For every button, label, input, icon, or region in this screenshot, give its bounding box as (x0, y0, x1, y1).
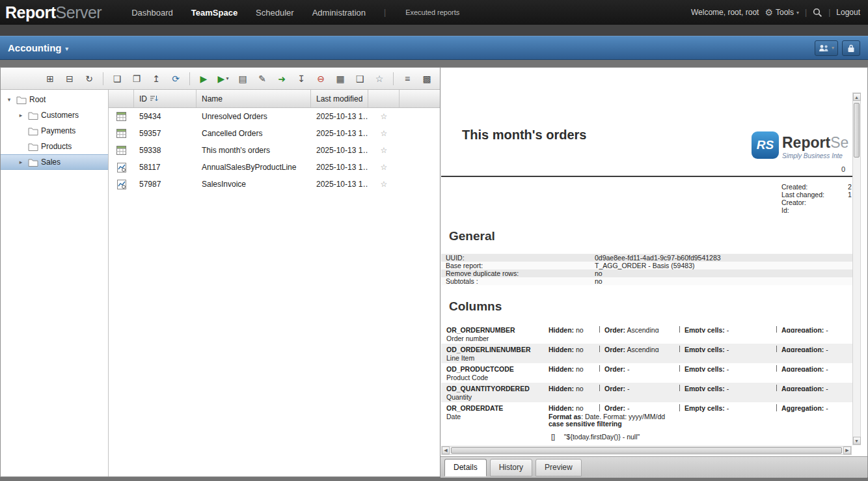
nav-scheduler[interactable]: Scheduler (256, 8, 294, 18)
tree-item-label: Payments (41, 126, 75, 135)
vertical-scrollbar[interactable]: ▲ ▼ (852, 92, 861, 445)
execute-options-button[interactable]: ▶ ▾ (215, 72, 231, 86)
clipped-meta-text: 0 (841, 165, 853, 173)
column-header-label: Name (202, 94, 223, 103)
report-title: This month's orders (462, 128, 586, 143)
copy-button[interactable]: ❏ (109, 72, 125, 86)
tab-preview[interactable]: Preview (536, 459, 582, 476)
vertical-scrollbar-thumb[interactable] (854, 103, 860, 158)
pencil-icon: ✎ (258, 74, 266, 84)
scroll-left-arrow[interactable]: ◀ (442, 447, 450, 454)
grid-view-button[interactable]: ▩ (419, 72, 435, 86)
column-header-modified[interactable]: Last modified (311, 90, 368, 107)
teamspace-title: Accounting (8, 42, 62, 53)
column-header-favorite[interactable] (368, 90, 400, 107)
toolbar: ⊞ ⊟ ↻ ❏ ❐ ↥ ⟳ ▶ ▶ ▾ ▤ ✎ ➜ ↧ ⊖ ▦ ❑ ☆ ≡ ▩ (1, 68, 440, 90)
table-row[interactable]: 59434 Unresolved Orders 2025-10-13 1… ☆ (109, 108, 440, 125)
scroll-up-arrow[interactable]: ▲ (853, 93, 861, 101)
report-id: 58117 (134, 163, 197, 172)
property-row: Remove duplicate rows:no (441, 269, 852, 277)
remove-button[interactable]: ⊖ (313, 72, 329, 86)
favorite-icon[interactable]: ☆ (381, 129, 388, 138)
tab-details[interactable]: Details (444, 459, 487, 476)
expander-icon[interactable]: ▸ (16, 159, 25, 165)
folder-icon (28, 127, 38, 135)
property-row: Subtotals :no (441, 277, 852, 285)
expand-icon: ⊞ (46, 74, 54, 84)
tree-item-customers[interactable]: ▸ Customers (1, 107, 108, 123)
column-header-filler (400, 90, 440, 107)
teamspace-work-area: ⊞ ⊟ ↻ ❏ ❐ ↥ ⟳ ▶ ▶ ▾ ▤ ✎ ➜ ↧ ⊖ ▦ ❑ ☆ ≡ ▩ … (0, 67, 440, 477)
new-report-button[interactable]: ▤ (235, 72, 251, 86)
security-button[interactable] (842, 40, 860, 56)
search-button[interactable] (813, 8, 822, 18)
favorite-icon[interactable]: ☆ (381, 146, 388, 155)
duplicate-button[interactable]: ❑ (352, 72, 368, 86)
section-heading-general: General (449, 229, 495, 243)
column-header-name[interactable]: Name (197, 90, 311, 107)
table-row[interactable]: 57987 SalesInvoice 2025-10-13 1… ☆ (109, 176, 440, 193)
report-id: 57987 (134, 180, 197, 189)
nav-teamspace[interactable]: TeamSpace (191, 8, 237, 18)
horizontal-scrollbar[interactable]: ◀ ▶ (441, 446, 852, 455)
favorite-icon[interactable]: ☆ (381, 180, 388, 189)
logout-button[interactable]: Logout (836, 8, 860, 17)
teamspace-selector[interactable]: Accounting ▾ (8, 42, 68, 53)
export-button[interactable]: ↧ (293, 72, 309, 86)
report-name: Cancelled Orders (197, 129, 311, 138)
collapse-tree-button[interactable]: ⊟ (62, 72, 77, 86)
expand-tree-button[interactable]: ⊞ (42, 72, 58, 86)
tree-item-sales[interactable]: ▸ Sales (1, 154, 108, 170)
scroll-down-arrow[interactable]: ▼ (853, 437, 861, 445)
tree-item-root[interactable]: ▾ Root (1, 92, 108, 107)
general-properties-table: UUID:0d9ae8ee-fd11-4ad1-9c97-b60fd954128… (441, 254, 852, 285)
refresh-button[interactable]: ↻ (81, 72, 97, 86)
report-meta-block: Created:2 Last changed:1 Creator: Id: (781, 183, 853, 214)
reload-button[interactable]: ⟳ (168, 72, 183, 86)
favorite-button[interactable]: ☆ (372, 72, 387, 86)
report-id: 59338 (134, 146, 197, 155)
title-divider (441, 176, 852, 177)
folder-tree: ▾ Root ▸ Customers Payments Products ▸ (1, 90, 109, 476)
expander-icon[interactable]: ▸ (16, 112, 25, 118)
paste-button[interactable]: ❐ (129, 72, 144, 86)
favorite-icon[interactable]: ☆ (381, 112, 388, 121)
meta-label: Creator: (781, 199, 848, 206)
edit-button[interactable]: ✎ (254, 72, 270, 86)
column-header-type[interactable] (109, 90, 134, 107)
horizontal-scrollbar-thumb[interactable] (451, 447, 842, 454)
users-icon (819, 44, 829, 52)
report-id: 59434 (134, 112, 197, 121)
execute-report-button[interactable]: ▶ (196, 72, 211, 86)
collapse-icon: ⊟ (66, 74, 74, 84)
chevron-down-icon: ▾ (226, 76, 228, 81)
nav-dashboard[interactable]: Dashboard (131, 8, 173, 18)
favorite-icon[interactable]: ☆ (381, 163, 388, 172)
column-entry: OD_ORDERLINENUMBERLine Item Hidden: no O… (441, 344, 852, 363)
filter-row: [] "${today.firstDay()} - null" (441, 431, 852, 443)
members-button[interactable]: ▾ (815, 40, 838, 56)
filter-bracket: [] (551, 433, 555, 441)
sync-icon: ⟳ (172, 74, 180, 84)
table-row[interactable]: 59338 This month's orders 2025-10-13 1… … (109, 142, 440, 159)
tree-item-products[interactable]: Products (1, 139, 108, 154)
tab-history[interactable]: History (490, 459, 532, 476)
executed-reports-link[interactable]: Executed reports (405, 8, 459, 16)
table-row[interactable]: 59357 Cancelled Orders 2025-10-13 1… ☆ (109, 125, 440, 142)
move-button[interactable]: ➜ (274, 72, 290, 86)
tools-button[interactable]: ⚙ Tools ▾ (765, 7, 799, 18)
scroll-right-arrow[interactable]: ▶ (843, 447, 851, 454)
arrow-right-icon: ➜ (278, 74, 286, 84)
schedule-button[interactable]: ▦ (332, 72, 348, 86)
nav-administration[interactable]: Administration (312, 8, 366, 18)
property-row: Base report:T_AGG_ORDER - Basis (59483) (441, 262, 852, 269)
import-button[interactable]: ↥ (148, 72, 164, 86)
list-view-button[interactable]: ≡ (400, 72, 415, 86)
column-header-id[interactable]: ID (134, 90, 197, 107)
expander-icon[interactable]: ▾ (5, 96, 14, 103)
table-row[interactable]: 58117 AnnualSalesByProductLine 2025-10-1… (109, 159, 440, 176)
column-header-label: ID (139, 94, 147, 103)
tree-item-payments[interactable]: Payments (1, 123, 108, 139)
table-report-icon (109, 146, 134, 155)
table-report-icon (109, 129, 134, 138)
